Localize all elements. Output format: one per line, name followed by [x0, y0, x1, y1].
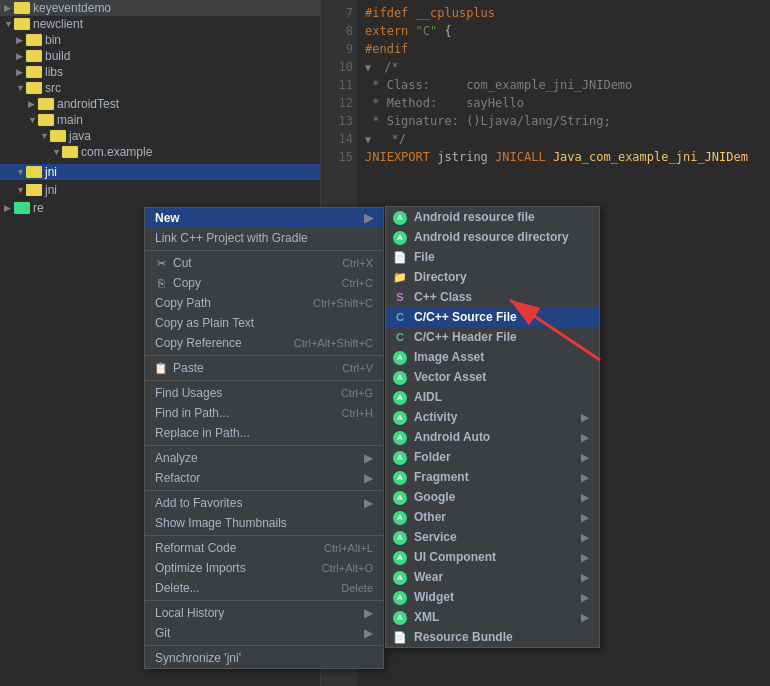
line-num: 7	[321, 4, 353, 22]
menu-item-refactor[interactable]: Refactor ▶	[145, 468, 383, 488]
expand-arrow: ▼	[4, 19, 14, 29]
submenu-arrow: ▶	[581, 612, 589, 623]
menu-item-delete[interactable]: Delete... Delete	[145, 578, 383, 598]
android-icon: A	[392, 470, 408, 485]
line-num: 8	[321, 22, 353, 40]
submenu-label: Wear	[414, 570, 443, 584]
submenu-file[interactable]: 📄 File	[386, 247, 599, 267]
menu-item-add-favorites[interactable]: Add to Favorites ▶	[145, 493, 383, 513]
menu-item-copy-ref[interactable]: Copy Reference Ctrl+Alt+Shift+C	[145, 333, 383, 353]
synchronize-label: Synchronize 'jni'	[155, 651, 241, 665]
menu-item-copy-plain[interactable]: Copy as Plain Text	[145, 313, 383, 333]
expand-arrow: ▼	[16, 185, 26, 195]
submenu-label: C/C++ Source File	[414, 310, 517, 324]
submenu-resource-bundle[interactable]: 📄 Resource Bundle	[386, 627, 599, 647]
submenu-cpp-class[interactable]: S C++ Class	[386, 287, 599, 307]
menu-item-new[interactable]: New ▶ A Android resource file A Android …	[145, 208, 383, 228]
submenu-xml[interactable]: A XML ▶	[386, 607, 599, 627]
submenu-android-res-dir[interactable]: A Android resource directory	[386, 227, 599, 247]
menu-item-link-cpp[interactable]: Link C++ Project with Gradle	[145, 228, 383, 248]
folder-icon	[50, 130, 66, 142]
tree-item-java[interactable]: ▼ java	[0, 128, 320, 144]
menu-item-git[interactable]: Git ▶	[145, 623, 383, 643]
separator	[145, 445, 383, 446]
menu-item-replace-path[interactable]: Replace in Path...	[145, 423, 383, 443]
tree-item-main[interactable]: ▼ main	[0, 112, 320, 128]
android-icon: A	[392, 590, 408, 605]
submenu-cpp-header[interactable]: C C/C++ Header File	[386, 327, 599, 347]
android-icon: A	[392, 450, 408, 465]
submenu-arrow: ▶	[364, 606, 373, 620]
menu-item-show-thumbnails[interactable]: Show Image Thumbnails	[145, 513, 383, 533]
tree-item-androidtest[interactable]: ▶ androidTest	[0, 96, 320, 112]
expand-arrow: ▶	[4, 3, 14, 13]
menu-item-local-history[interactable]: Local History ▶	[145, 603, 383, 623]
submenu-fragment[interactable]: A Fragment ▶	[386, 467, 599, 487]
tree-item-jni2[interactable]: ▼ jni	[0, 182, 320, 198]
menu-item-copy-path[interactable]: Copy Path Ctrl+Shift+C	[145, 293, 383, 313]
android-icon: A	[392, 490, 408, 505]
menu-item-find-usages[interactable]: Find Usages Ctrl+G	[145, 383, 383, 403]
submenu-arrow: ▶	[581, 572, 589, 583]
tree-item-build[interactable]: ▶ build	[0, 48, 320, 64]
cut-label: Cut	[173, 256, 192, 270]
submenu-google[interactable]: A Google ▶	[386, 487, 599, 507]
submenu-ui-component[interactable]: A UI Component ▶	[386, 547, 599, 567]
tree-item-keyeventdemo[interactable]: ▶ keyeventdemo	[0, 0, 320, 16]
submenu-android-auto[interactable]: A Android Auto ▶	[386, 427, 599, 447]
tree-item-bin[interactable]: ▶ bin	[0, 32, 320, 48]
tree-label: build	[45, 49, 70, 63]
folder-icon	[62, 146, 78, 158]
tree-item-com-example[interactable]: ▼ com.example	[0, 144, 320, 160]
submenu-directory[interactable]: 📁 Directory	[386, 267, 599, 287]
tree-label: com.example	[81, 145, 152, 159]
submenu-arrow: ▶	[581, 512, 589, 523]
android-icon: A	[392, 570, 408, 585]
submenu-cpp-source[interactable]: C C/C++ Source File	[386, 307, 599, 327]
submenu-android-res-file[interactable]: A Android resource file	[386, 207, 599, 227]
expand-arrow: ▶	[16, 67, 26, 77]
code-token: /*	[384, 60, 398, 74]
code-token: * Class: com_example_jni_JNIDemo	[365, 78, 632, 92]
menu-item-synchronize[interactable]: Synchronize 'jni'	[145, 648, 383, 668]
menu-item-reformat[interactable]: Reformat Code Ctrl+Alt+L	[145, 538, 383, 558]
tree-label: bin	[45, 33, 61, 47]
menu-item-find-path[interactable]: Find in Path... Ctrl+H	[145, 403, 383, 423]
git-label: Git	[155, 626, 170, 640]
submenu-widget[interactable]: A Widget ▶	[386, 587, 599, 607]
find-path-label: Find in Path...	[155, 406, 229, 420]
tree-item-src[interactable]: ▼ src	[0, 80, 320, 96]
tree-item-libs[interactable]: ▶ libs	[0, 64, 320, 80]
submenu-vector-asset[interactable]: A Vector Asset	[386, 367, 599, 387]
submenu-other[interactable]: A Other ▶	[386, 507, 599, 527]
expand-arrow: ▶	[4, 203, 14, 213]
submenu-label: Android resource file	[414, 210, 535, 224]
menu-item-analyze[interactable]: Analyze ▶	[145, 448, 383, 468]
submenu-folder[interactable]: A Folder ▶	[386, 447, 599, 467]
tree-item-jni-selected[interactable]: ▼ jni	[0, 164, 320, 180]
cpp-header-icon: C	[392, 331, 408, 343]
submenu-wear[interactable]: A Wear ▶	[386, 567, 599, 587]
submenu-image-asset[interactable]: A Image Asset	[386, 347, 599, 367]
separator	[145, 355, 383, 356]
submenu-label: Vector Asset	[414, 370, 486, 384]
submenu-aidl[interactable]: A AIDL	[386, 387, 599, 407]
submenu-arrow: ▶	[581, 552, 589, 563]
submenu-activity[interactable]: A Activity ▶	[386, 407, 599, 427]
submenu-service[interactable]: A Service ▶	[386, 527, 599, 547]
separator	[145, 380, 383, 381]
submenu-label: Directory	[414, 270, 467, 284]
copy-ref-shortcut: Ctrl+Alt+Shift+C	[294, 337, 373, 349]
code-line-12: * Method: sayHello	[365, 94, 762, 112]
expand-arrow: ▼	[28, 115, 38, 125]
folder-icon	[26, 166, 42, 178]
tree-item-newclient[interactable]: ▼ newclient	[0, 16, 320, 32]
android-icon: A	[392, 390, 408, 405]
delete-label: Delete...	[155, 581, 200, 595]
menu-item-cut[interactable]: ✂ Cut Ctrl+X	[145, 253, 383, 273]
menu-item-paste[interactable]: 📋 Paste Ctrl+V	[145, 358, 383, 378]
submenu-label: UI Component	[414, 550, 496, 564]
menu-item-optimize[interactable]: Optimize Imports Ctrl+Alt+O	[145, 558, 383, 578]
menu-item-copy[interactable]: ⎘ Copy Ctrl+C	[145, 273, 383, 293]
line-num: 10	[321, 58, 353, 76]
